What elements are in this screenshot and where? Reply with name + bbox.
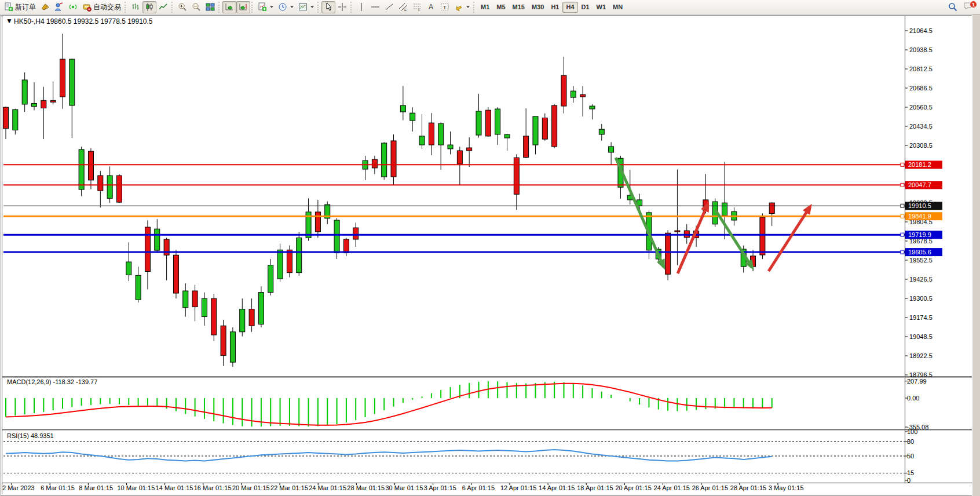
new-order-button-label: 新订单: [15, 2, 36, 12]
svg-text:6 Apr 01:15: 6 Apr 01:15: [462, 484, 495, 491]
fibonacci-button[interactable]: F: [410, 1, 424, 13]
equidistant-channel-button[interactable]: E: [396, 1, 410, 13]
horizontal-line-icon: [371, 2, 380, 12]
chart-dropdown-icon[interactable]: ▼: [6, 17, 13, 25]
svg-text:20047.7: 20047.7: [908, 181, 931, 188]
zoom-in-button[interactable]: [175, 1, 189, 13]
shapes-icon: [454, 2, 463, 12]
publish-button[interactable]: [52, 1, 66, 13]
cursor-button[interactable]: [321, 1, 335, 13]
toolbar-separator: [350, 2, 353, 13]
svg-text:22 Mar 01:15: 22 Mar 01:15: [270, 484, 308, 491]
candlestick-icon: [145, 2, 154, 12]
fibonacci-icon: F: [412, 2, 422, 12]
svg-text:3 May 01:15: 3 May 01:15: [769, 484, 804, 491]
toolbar-separator: [125, 2, 127, 13]
svg-text:T: T: [443, 5, 447, 10]
chart-canvas[interactable]: 21064.520938.520812.520686.520560.520434…: [0, 14, 980, 496]
svg-text:19605.6: 19605.6: [908, 249, 931, 256]
timeframe-mn-button[interactable]: MN: [609, 2, 626, 13]
search-button[interactable]: [946, 1, 960, 13]
crosshair-button[interactable]: [335, 1, 349, 13]
svg-text:19719.9: 19719.9: [908, 231, 931, 238]
timeframe-m15-button[interactable]: M15: [509, 2, 528, 13]
label-icon: T: [440, 2, 449, 12]
toolbar-separator: [171, 2, 174, 13]
signal-icon: [68, 2, 78, 12]
bucket-icon: [41, 2, 50, 12]
svg-text:2 Mar 2023: 2 Mar 2023: [2, 484, 35, 491]
toolbar-separator: [317, 2, 320, 13]
svg-text:80: 80: [907, 438, 914, 445]
chevron-down-icon: [310, 6, 314, 8]
svg-text:30 Mar 01:15: 30 Mar 01:15: [386, 484, 423, 491]
zoom-in-icon: [178, 2, 187, 12]
svg-text:15: 15: [907, 469, 914, 476]
svg-text:26 Apr 01:15: 26 Apr 01:15: [692, 484, 728, 491]
chart-shift-button[interactable]: [236, 1, 250, 13]
indicators-icon: [258, 2, 267, 12]
svg-text:100: 100: [907, 428, 917, 435]
svg-text:16 Mar 01:15: 16 Mar 01:15: [194, 484, 232, 491]
date-axis[interactable]: 2 Mar 20236 Mar 01:158 Mar 01:1510 Mar 0…: [2, 483, 804, 491]
svg-text:28 Mar 01:15: 28 Mar 01:15: [347, 484, 385, 491]
new-order-icon: [4, 2, 13, 12]
autotrading-icon: [82, 2, 92, 12]
svg-text:20560.5: 20560.5: [909, 104, 933, 111]
timeframe-m1-button[interactable]: M1: [477, 2, 493, 13]
mt4-window: 新订单自动交易EFATM1M5M15M30H1H4D1W1MN1 21064.5…: [0, 0, 980, 496]
macd-label: MACD(12,26,9) -118.32 -139.77: [7, 378, 97, 385]
svg-text:19426.5: 19426.5: [909, 276, 933, 283]
signals-button[interactable]: [66, 1, 80, 13]
bar-chart-button[interactable]: [129, 1, 142, 13]
svg-text:24 Apr 01:15: 24 Apr 01:15: [654, 484, 690, 491]
template-icon: [298, 2, 308, 12]
autotrading-button[interactable]: 自动交易: [80, 1, 123, 13]
tile-windows-icon: [206, 2, 215, 12]
notification-badge: 1: [970, 1, 977, 8]
styles-button[interactable]: [38, 1, 52, 13]
search-icon: [948, 2, 957, 12]
svg-text:3 Apr 01:15: 3 Apr 01:15: [424, 484, 456, 491]
timeframe-w1-button[interactable]: W1: [593, 2, 610, 13]
svg-text:20181.2: 20181.2: [908, 161, 931, 168]
trendline-button[interactable]: [382, 1, 396, 13]
tile-windows-button[interactable]: [203, 1, 217, 13]
periods-dropdown[interactable]: [276, 1, 296, 13]
horizontal-line-button[interactable]: [368, 1, 382, 13]
svg-text:12 Apr 01:15: 12 Apr 01:15: [500, 484, 536, 491]
chevron-down-icon: [270, 6, 273, 8]
toolbar: 新订单自动交易EFATM1M5M15M30H1H4D1W1MN1: [0, 0, 980, 14]
line-chart-button[interactable]: [156, 1, 170, 13]
zoom-out-button[interactable]: [189, 1, 203, 13]
svg-text:0: 0: [907, 477, 910, 484]
timeframe-h4-button[interactable]: H4: [562, 2, 577, 13]
candlestick-button[interactable]: [142, 1, 156, 13]
svg-text:19552.5: 19552.5: [909, 257, 933, 264]
svg-text:E: E: [404, 8, 407, 12]
svg-text:8 Mar 01:15: 8 Mar 01:15: [79, 484, 113, 491]
new-order-button[interactable]: 新订单: [2, 1, 38, 13]
svg-text:20812.5: 20812.5: [909, 65, 933, 72]
vertical-line-button[interactable]: [354, 1, 368, 13]
autotrading-button-label: 自动交易: [93, 2, 121, 12]
svg-text:50: 50: [907, 453, 914, 459]
indicators-dropdown[interactable]: [255, 1, 276, 13]
timeframe-m5-button[interactable]: M5: [493, 2, 509, 13]
notifications-button[interactable]: 1: [963, 1, 976, 13]
timeframe-d1-button[interactable]: D1: [578, 2, 593, 13]
svg-text:20938.5: 20938.5: [909, 46, 933, 53]
crosshair-icon: [338, 2, 347, 12]
shapes-dropdown[interactable]: [452, 1, 472, 13]
timeframe-m30-button[interactable]: M30: [528, 2, 547, 13]
timeframe-h1-button[interactable]: H1: [547, 2, 562, 13]
templates-dropdown[interactable]: [296, 1, 316, 13]
svg-text:18 Apr 01:15: 18 Apr 01:15: [577, 484, 613, 491]
svg-text:28 Apr 01:15: 28 Apr 01:15: [730, 484, 766, 491]
text-button[interactable]: A: [424, 1, 438, 13]
text-label-button[interactable]: T: [438, 1, 452, 13]
channel-icon: E: [398, 2, 408, 12]
svg-text:19300.5: 19300.5: [909, 295, 933, 302]
autoscroll-button[interactable]: [222, 1, 236, 13]
svg-text:20 Mar 01:15: 20 Mar 01:15: [232, 484, 270, 491]
